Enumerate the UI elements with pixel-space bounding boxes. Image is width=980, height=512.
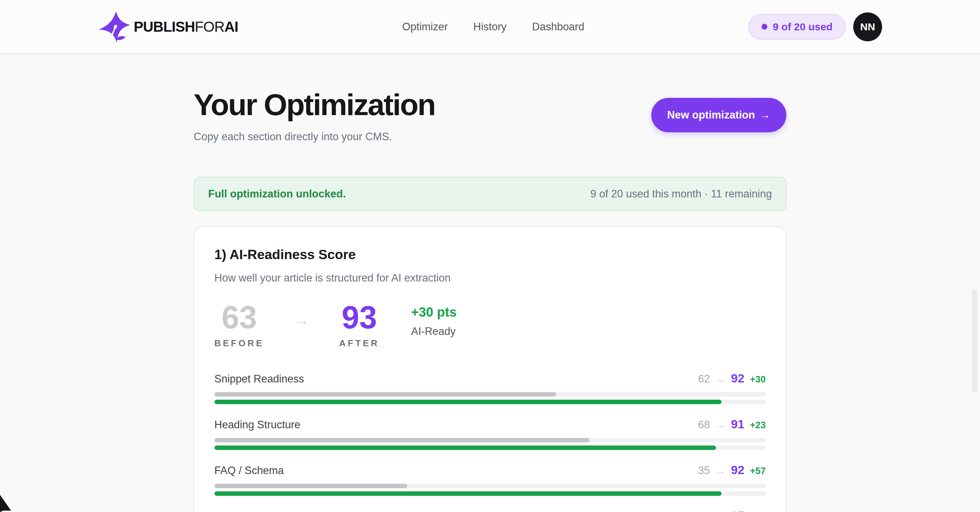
before-bar-fill xyxy=(214,392,556,397)
usage-badge-label: 9 of 20 used xyxy=(773,21,832,33)
after-bar xyxy=(214,445,766,450)
score-arrow-icon: → xyxy=(294,302,309,329)
brand-name: PUBLISHFORAI xyxy=(134,19,238,35)
avatar[interactable]: NN xyxy=(853,13,882,41)
usage-dot-icon xyxy=(762,24,767,30)
metric-delta: +57 xyxy=(750,466,766,477)
metric-row: Intent Alignment 80 → 97 +17 xyxy=(214,509,766,512)
card-description: How well your article is structured for … xyxy=(214,272,766,284)
arrow-right-icon: → xyxy=(760,109,770,121)
metric-delta: +23 xyxy=(750,420,766,431)
metric-label: FAQ / Schema xyxy=(214,464,284,477)
metric-before-value: 80 xyxy=(698,510,710,512)
new-optimization-button[interactable]: New optimization → xyxy=(651,98,786,132)
nav-item-optimizer[interactable]: Optimizer xyxy=(402,21,448,33)
before-bar xyxy=(214,438,766,442)
hero-section: Your Optimization Copy each section dire… xyxy=(194,87,786,143)
avatar-initials: NN xyxy=(860,21,875,33)
new-optimization-label: New optimization xyxy=(667,109,755,121)
metric-after-value: 97 xyxy=(731,509,744,512)
metrics-list: Snippet Readiness 62 → 92 +30 Heading St… xyxy=(214,371,766,512)
brand-logo[interactable]: PUBLISHFORAI xyxy=(98,10,238,43)
score-delta-block: +30 pts AI-Ready xyxy=(411,302,457,338)
metric-label: Snippet Readiness xyxy=(214,373,304,385)
score-before-label: BEFORE xyxy=(214,338,264,349)
arrow-right-icon: → xyxy=(715,465,725,477)
scrollbar[interactable] xyxy=(972,289,977,392)
nav-item-history[interactable]: History xyxy=(474,21,506,33)
metric-row: Snippet Readiness 62 → 92 +30 xyxy=(214,371,766,404)
score-summary: 63 BEFORE → 93 AFTER +30 pts AI-Ready xyxy=(214,302,766,349)
unlock-banner-message: Full optimization unlocked. xyxy=(208,188,346,200)
after-bar-fill xyxy=(214,491,722,496)
header-right: 9 of 20 used NN xyxy=(748,13,882,41)
mouse-cursor xyxy=(0,495,14,512)
metric-label: Intent Alignment xyxy=(214,510,291,512)
main-nav: Optimizer History Dashboard xyxy=(402,21,584,33)
page-title: Your Optimization xyxy=(194,87,435,122)
score-delta: +30 pts xyxy=(411,305,457,320)
before-bar xyxy=(214,392,766,397)
score-delta-caption: AI-Ready xyxy=(411,325,457,338)
arrow-right-icon: → xyxy=(715,374,725,385)
metric-after-value: 91 xyxy=(731,417,744,431)
page-subtitle: Copy each section directly into your CMS… xyxy=(194,130,435,143)
card-title: 1) AI-Readiness Score xyxy=(214,247,766,262)
after-bar xyxy=(214,491,766,496)
main-content: Your Optimization Copy each section dire… xyxy=(194,87,786,512)
score-before-value: 63 xyxy=(214,302,264,333)
metric-before-value: 68 xyxy=(698,419,710,431)
metric-delta: +30 xyxy=(750,374,766,385)
after-bar-fill xyxy=(214,445,716,450)
after-bar-fill xyxy=(214,400,722,404)
metric-row: FAQ / Schema 35 → 92 +57 xyxy=(214,463,766,496)
metric-before-value: 62 xyxy=(698,373,710,385)
unlock-banner: Full optimization unlocked. 9 of 20 used… xyxy=(194,177,786,211)
metric-row: Heading Structure 68 → 91 +23 xyxy=(214,417,766,450)
metric-after-value: 92 xyxy=(731,371,744,385)
score-before: 63 BEFORE xyxy=(214,302,264,349)
before-bar xyxy=(214,484,766,488)
nav-item-dashboard[interactable]: Dashboard xyxy=(532,21,584,33)
sparkle-pen-icon xyxy=(98,10,131,43)
metric-label: Heading Structure xyxy=(214,419,301,431)
usage-badge[interactable]: 9 of 20 used xyxy=(748,14,846,40)
score-after-label: AFTER xyxy=(339,338,379,349)
arrow-right-icon: → xyxy=(715,419,725,431)
after-bar xyxy=(214,400,766,404)
score-after-value: 93 xyxy=(339,302,379,333)
ai-readiness-card: 1) AI-Readiness Score How well your arti… xyxy=(194,226,786,512)
metric-before-value: 35 xyxy=(698,464,710,477)
unlock-banner-usage: 9 of 20 used this month · 11 remaining xyxy=(590,188,772,200)
before-bar-fill xyxy=(214,438,589,442)
metric-after-value: 92 xyxy=(731,463,744,477)
before-bar-fill xyxy=(214,484,407,488)
app-header: PUBLISHFORAI Optimizer History Dashboard… xyxy=(0,0,980,54)
score-after: 93 AFTER xyxy=(339,302,379,349)
